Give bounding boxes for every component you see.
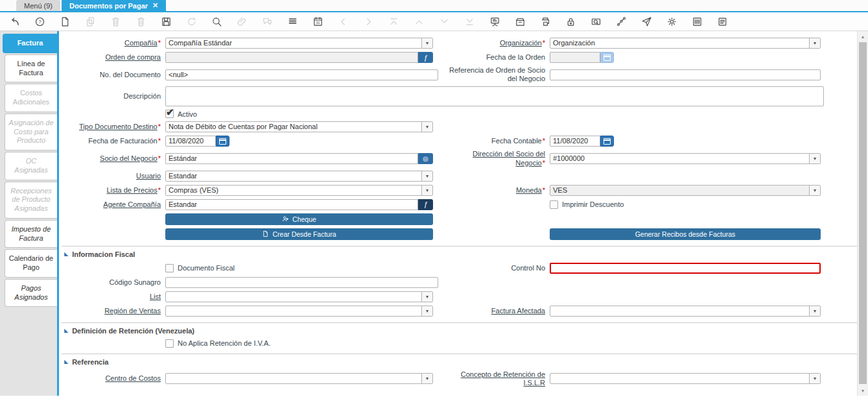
socio-negocio-label[interactable]: Socio del Negocio* [62,154,165,163]
centro-costos-label[interactable]: Centro de Costos [62,374,165,383]
chevron-down-icon[interactable]: ▾ [809,306,820,316]
factura-afectada-label[interactable]: Factura Afectada [442,307,550,315]
organizacion-combo[interactable]: Organización▾ [550,38,821,49]
agente-compania-field[interactable]: Estandar ƒ [165,199,433,210]
archive-icon[interactable] [514,16,526,27]
direccion-socio-label[interactable]: Dirección del Socio del Negocio* [442,150,550,167]
vertical-scrollbar[interactable]: ▲ ▼ [857,31,868,396]
search-record-icon[interactable]: ƒ [418,52,433,63]
chevron-down-icon[interactable]: ▾ [809,186,820,195]
control-no-input[interactable] [550,263,821,274]
no-documento-input[interactable]: <null> [165,69,438,80]
compania-label[interactable]: Compañía* [62,39,165,47]
grid-toggle-icon[interactable] [287,16,298,27]
tab-documentos-por-pagar[interactable]: Documentos por Pagar ✕ [62,0,166,11]
collapse-section-icon[interactable]: ◢ [64,359,68,365]
scroll-up-icon[interactable]: ▲ [858,31,868,42]
svg-text:?: ? [38,19,41,25]
region-ventas-combo[interactable]: ▾ [165,306,433,317]
preferences-icon[interactable] [666,16,677,27]
help-icon[interactable]: ? [34,16,45,27]
region-ventas-label[interactable]: Región de Ventas [62,307,165,315]
new-record-icon[interactable] [59,16,71,27]
concepto-islr-combo[interactable]: ▾ [550,373,821,384]
undo-icon[interactable] [8,16,20,27]
log-icon[interactable] [716,16,728,27]
sidebar-tab-l-nea-de-factura[interactable]: Línea de Factura [5,54,57,83]
list-combo[interactable]: ▾ [165,291,433,302]
zoom-across-icon[interactable] [590,16,602,27]
imprimir-descuento-checkbox[interactable] [550,200,558,209]
collapse-section-icon[interactable]: ◢ [64,251,68,257]
scroll-down-icon[interactable]: ▼ [858,385,868,396]
sidebar-tab-factura[interactable]: Factura [3,34,57,53]
referencia-orden-label: Referencia de Orden de Socio del Negocio [442,66,550,83]
crear-desde-factura-button[interactable]: Crear Desde Factura [165,228,433,240]
sidebar-tab-pagos-asignados[interactable]: Pagos Asignados [5,279,57,307]
centro-costos-combo[interactable]: ▾ [165,373,433,384]
referencia-orden-input[interactable] [550,69,821,80]
tipo-documento-label[interactable]: Tipo Documento Destino* [62,123,165,131]
activo-checkbox[interactable]: ✔ [165,110,174,118]
cheque-button[interactable]: Cheque [165,213,433,225]
save-icon[interactable] [160,16,172,27]
usuario-combo[interactable]: Estandar▾ [165,171,433,182]
find-icon[interactable] [211,16,222,27]
list-label[interactable]: List [62,293,165,301]
codigo-sunagro-input[interactable] [165,277,438,288]
lista-precios-label[interactable]: Lista de Precios* [62,186,165,195]
sidebar-tab-impuesto-de-factura[interactable]: Impuesto de Factura [5,220,57,248]
chevron-down-icon[interactable]: ▾ [809,374,820,383]
descripcion-textarea[interactable] [165,86,824,106]
chevron-down-icon[interactable]: ▾ [421,186,432,195]
usuario-label[interactable]: Usuario [62,172,165,180]
chevron-down-icon[interactable]: ▾ [421,171,432,181]
compania-combo[interactable]: Compañía Estándar▾ [165,38,433,49]
fecha-contable-field[interactable]: 11/08/2020 [550,136,821,147]
agente-compania-label[interactable]: Agente Compañía [62,200,165,209]
orden-compra-label[interactable]: Orden de compra [62,53,165,62]
socio-negocio-field[interactable]: Estándar ◎ [165,153,433,164]
moneda-combo[interactable]: VES▾ [550,185,821,196]
concepto-islr-label[interactable]: Concepto de Retención de I.S.L.R [442,370,550,387]
fecha-orden-field[interactable] [550,52,821,63]
chevron-down-icon[interactable]: ▾ [421,38,432,48]
organizacion-label[interactable]: Organización* [442,39,550,47]
tipo-documento-combo[interactable]: Nota de Débito de Cuentas por Pagar Naci… [165,121,433,132]
direccion-socio-combo[interactable]: #1000000▾ [550,153,821,164]
print-icon[interactable] [539,16,551,27]
chevron-down-icon[interactable]: ▾ [421,292,432,302]
lock-icon[interactable] [565,16,576,27]
lista-precios-combo[interactable]: Compras (VES)▾ [165,185,433,196]
next-record-icon [362,16,374,27]
fecha-facturacion-field[interactable]: 11/08/2020 [165,136,433,147]
tab-menu[interactable]: Menú (9) [16,0,60,11]
sidebar-tab-calendario-de-pago[interactable]: Calendario de Pago [5,249,57,278]
generar-recibos-button[interactable]: Generar Recibos desde Facturas [550,228,821,240]
chevron-down-icon[interactable]: ▾ [809,154,820,163]
no-aplica-iva-checkbox[interactable] [165,339,174,348]
collapse-section-icon[interactable]: ◢ [64,328,68,333]
orden-compra-field[interactable]: ƒ [165,52,433,63]
search-record-icon[interactable]: ƒ [418,199,433,210]
factura-afectada-combo[interactable]: ▾ [550,306,821,317]
export-icon[interactable] [691,16,703,27]
close-tab-icon[interactable]: ✕ [152,1,158,10]
scrollbar-thumb[interactable] [859,42,867,384]
chevron-down-icon[interactable]: ▾ [421,306,432,316]
moneda-label[interactable]: Moneda* [442,186,550,195]
chevron-down-icon[interactable]: ▾ [421,122,432,132]
chevron-down-icon[interactable]: ▾ [421,374,432,383]
fecha-contable-label: Fecha Contable* [442,137,550,145]
documento-fiscal-checkbox[interactable] [165,264,174,272]
chevron-down-icon[interactable]: ▾ [809,38,820,48]
sidebar-tab-recepciones-de-producto-asignadas: Recepciones de Producto Asignadas [5,182,57,219]
report-icon[interactable] [489,16,500,27]
calendar-picker-button[interactable] [600,136,614,147]
calendar-picker-button[interactable] [216,136,229,147]
check-mark-icon: ✔ [166,106,174,118]
share-icon[interactable] [640,16,652,27]
calendar-icon[interactable]: 31 [312,16,323,27]
workflow-icon[interactable] [615,16,627,27]
record-info-icon[interactable]: ◎ [418,153,433,164]
